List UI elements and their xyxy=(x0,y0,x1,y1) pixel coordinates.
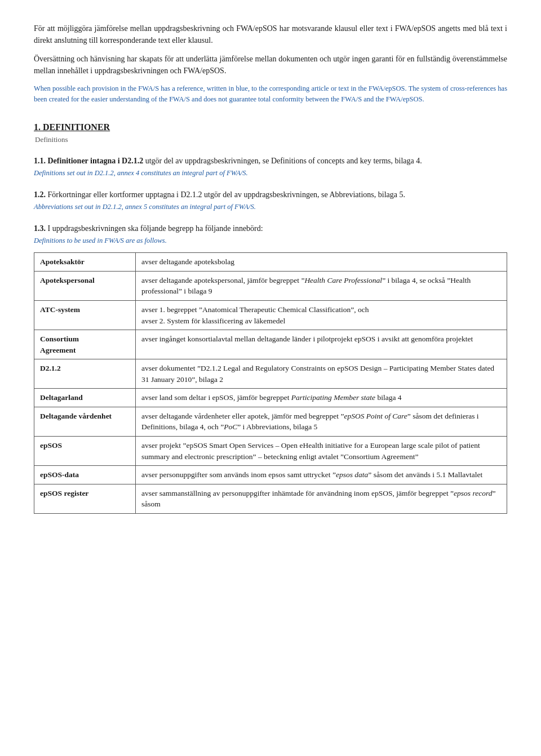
def-atc: avser 1. begreppet ”Anatomical Therapeut… xyxy=(136,300,507,330)
subsection-1-2: 1.2. Förkortningar eller kortformer uppt… xyxy=(34,189,507,212)
term-d212: D2.1.2 xyxy=(34,359,136,389)
italic-participating: Participating Member state xyxy=(291,393,375,402)
table-row: Apoteksaktör avser deltagande apoteksbol… xyxy=(34,253,507,272)
definitions-table: Apoteksaktör avser deltagande apoteksbol… xyxy=(34,252,507,514)
subsection-1-1-blue: Definitions set out in D2.1.2, annex 4 c… xyxy=(34,168,507,179)
subsection-1-2-blue: Abbreviations set out in D2.1.2, annex 5… xyxy=(34,202,507,212)
paragraph-1: För att möjliggöra jämförelse mellan upp… xyxy=(34,23,507,46)
italic-epsos-data-ref: epsos data xyxy=(336,470,368,479)
subsection-1-3: 1.3. I uppdragsbeskrivningen ska följand… xyxy=(34,223,507,246)
term-consortium: ConsortiumAgreement xyxy=(34,330,136,359)
def-deltagande-vardenhet: avser deltagande vårdenheter eller apote… xyxy=(136,407,507,436)
section-1-title: DEFINITIONER xyxy=(43,122,110,132)
paragraph-3-blue: When possible each provision in the FWA/… xyxy=(34,83,507,105)
subsection-1-1-number: 1.1. Definitioner intagna i D2.1.2 xyxy=(34,157,143,165)
term-epsos: epSOS xyxy=(34,437,136,466)
def-epsos-register: avser sammanställning av personuppgifter… xyxy=(136,484,507,513)
table-row: ConsortiumAgreement avser ingånget konso… xyxy=(34,330,507,359)
subsection-1-3-text: 1.3. I uppdragsbeskrivningen ska följand… xyxy=(34,223,507,234)
subsection-1-1-text: 1.1. Definitioner intagna i D2.1.2 utgör… xyxy=(34,155,507,167)
def-apotekspersonal: avser deltagande apotekspersonal, jämför… xyxy=(136,271,507,300)
subsection-1-2-text: 1.2. Förkortningar eller kortformer uppt… xyxy=(34,189,507,201)
table-row: Deltagarland avser land som deltar i epS… xyxy=(34,389,507,407)
italic-health-care: Health Care Professional xyxy=(304,276,382,284)
subsection-1-2-number: 1.2. xyxy=(34,190,46,199)
def-consortium: avser ingånget konsortialavtal mellan de… xyxy=(136,330,507,359)
italic-epsos-record: epsos record xyxy=(454,489,492,497)
term-deltagande-vardenhet: Deltagande vårdenhet xyxy=(34,407,136,436)
def-epsos-data: avser personuppgifter som används inom e… xyxy=(136,466,507,484)
def-epsos: avser projekt ”epSOS Smart Open Services… xyxy=(136,437,507,466)
def-deltagarland: avser land som deltar i epSOS, jämför be… xyxy=(136,389,507,407)
section-1-number: 1. xyxy=(34,122,43,132)
term-atc: ATC-system xyxy=(34,300,136,330)
section-1-subtitle: Definitions xyxy=(35,134,507,145)
section-1-header: 1. DEFINITIONER Definitions xyxy=(34,121,507,145)
subsection-1-1: 1.1. Definitioner intagna i D2.1.2 utgör… xyxy=(34,155,507,179)
table-row: D2.1.2 avser dokumentet ”D2.1.2 Legal an… xyxy=(34,359,507,389)
italic-poc: PoC xyxy=(224,423,237,431)
term-deltagarland: Deltagarland xyxy=(34,389,136,407)
table-row: Apotekspersonal avser deltagande apoteks… xyxy=(34,271,507,300)
italic-epsos-poc: epSOS Point of Care xyxy=(344,412,407,420)
def-d212: avser dokumentet ”D2.1.2 Legal and Regul… xyxy=(136,359,507,389)
term-apotekspersonal: Apotekspersonal xyxy=(34,271,136,300)
table-row: epSOS avser projekt ”epSOS Smart Open Se… xyxy=(34,437,507,466)
term-epsos-data: epSOS-data xyxy=(34,466,136,484)
subsection-1-3-number: 1.3. xyxy=(34,224,46,233)
def-apoteksaktor: avser deltagande apoteksbolag xyxy=(136,253,507,272)
term-epsos-register: epSOS register xyxy=(34,484,136,513)
table-row: epSOS-data avser personuppgifter som anv… xyxy=(34,466,507,484)
paragraph-2: Översättning och hänvisning har skapats … xyxy=(34,53,507,77)
subsection-1-3-blue: Definitions to be used in FWA/S are as f… xyxy=(34,235,507,246)
term-apoteksaktor: Apoteksaktör xyxy=(34,253,136,272)
table-row: epSOS register avser sammanställning av … xyxy=(34,484,507,513)
table-row: Deltagande vårdenhet avser deltagande vå… xyxy=(34,407,507,436)
table-row: ATC-system avser 1. begreppet ”Anatomica… xyxy=(34,300,507,330)
